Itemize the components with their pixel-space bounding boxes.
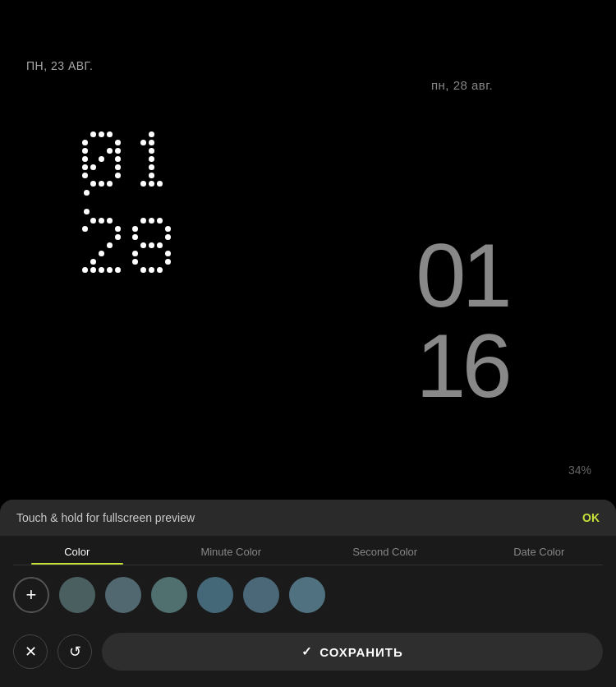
close-icon: ✕	[25, 643, 37, 661]
swatch-4[interactable]	[197, 577, 233, 613]
tab-minute-color[interactable]: Minute Color	[154, 536, 309, 565]
left-preview: ПН, 23 АВГ.	[0, 0, 308, 509]
right-hour: 01	[416, 230, 508, 320]
swatch-2[interactable]	[105, 577, 141, 613]
save-button[interactable]: ✓ СОХРАНИТЬ	[102, 633, 603, 671]
reset-button[interactable]: ↺	[57, 634, 92, 669]
swatch-1[interactable]	[59, 577, 95, 613]
toast-ok-button[interactable]: OK	[582, 511, 600, 524]
right-minute: 16	[416, 320, 508, 411]
bottom-panel: Touch & hold for fullscreen preview OK C…	[0, 500, 616, 687]
tab-color[interactable]: Color	[0, 536, 154, 565]
swatch-5[interactable]	[243, 577, 279, 613]
save-label: СОХРАНИТЬ	[319, 645, 403, 659]
close-button[interactable]: ✕	[13, 634, 48, 669]
swatch-3[interactable]	[151, 577, 187, 613]
left-date: ПН, 23 АВГ.	[26, 59, 93, 72]
add-color-button[interactable]: +	[13, 577, 49, 613]
toast-bar: Touch & hold for fullscreen preview OK	[0, 500, 616, 536]
right-date: пн, 28 авг.	[431, 78, 493, 92]
battery-percent: 34%	[568, 463, 591, 477]
plus-icon: +	[26, 586, 37, 604]
tab-second-color[interactable]: Second Color	[308, 536, 462, 565]
swatches-row: +	[0, 565, 616, 625]
bottom-actions: ✕ ↺ ✓ СОХРАНИТЬ	[0, 625, 616, 687]
checkmark-icon: ✓	[301, 644, 313, 659]
color-tabs: Color Minute Color Second Color Date Col…	[0, 536, 616, 565]
swatch-6[interactable]	[289, 577, 325, 613]
tab-date-color[interactable]: Date Color	[462, 536, 617, 565]
toast-message: Touch & hold for fullscreen preview	[16, 511, 195, 524]
dot-clock	[82, 131, 171, 273]
right-preview: пн, 28 авг. 01 16 34%	[308, 0, 616, 509]
reset-icon: ↺	[69, 643, 81, 661]
right-clock: 01 16	[416, 230, 508, 411]
